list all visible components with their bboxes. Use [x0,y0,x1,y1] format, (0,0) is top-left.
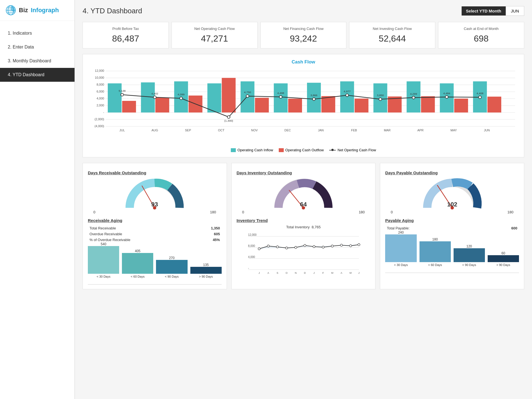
total-receivable-label: Total Receivable [88,226,193,231]
net-dot-sep [180,97,183,100]
svg-text:64: 64 [300,201,307,208]
svg-text:APR: APR [417,129,424,132]
bar-inflow-oct [207,83,221,112]
sidebar-item-ytd-dashboard[interactable]: 4. YTD Dashboard [0,68,75,82]
bar-outflow-jul [122,101,136,112]
svg-text:JUL: JUL [119,129,125,132]
inventory-card: Days Inventory Outstanding 64 [231,163,376,289]
svg-text:4,299: 4,299 [410,92,417,95]
svg-text:9,000: 9,000 [477,78,484,81]
bar-group-90days-rec: 270 < 90 Days [156,256,187,278]
total-payable-value: 600 [485,226,518,231]
sidebar-item-indicators[interactable]: 1. Indicators [0,26,75,40]
cashflow-chart-title: Cash Flow [89,59,518,65]
svg-text:9,000: 9,000 [344,78,351,81]
svg-text:S: S [277,272,278,274]
receivable-title: Days Receivable Outstanding [88,170,222,175]
svg-text:8,500: 8,500 [111,80,118,83]
logo-biz: Biz [19,7,28,14]
sidebar: Biz Infograph 1. Indicators 2. Enter Dat… [0,0,75,399]
svg-text:J: J [358,272,360,274]
bar-outflow-aug2 [155,98,169,112]
svg-text:8,500: 8,500 [443,80,450,83]
kpi-net-fin-value: 93,242 [266,34,341,44]
receivable-aging-title: Receivable Aging [88,218,222,223]
inventory-total-value: 8,765 [312,225,321,229]
bar-rect-30days-rec [88,246,119,274]
svg-point-88 [276,246,278,248]
kpi-net-op-value: 47,271 [177,34,252,44]
payable-title: Days Payable Outstanding [385,170,519,175]
svg-text:JAN: JAN [318,129,324,132]
inventory-max: 180 [359,210,365,214]
svg-text:D: D [304,272,306,274]
payable-card: Days Payable Outstanding 102 [380,163,524,289]
net-dot-jun [479,96,481,99]
svg-text:FEB: FEB [351,129,357,132]
inventory-gauge: 64 [237,177,370,211]
svg-text:9,000: 9,000 [410,78,417,81]
kpi-profit-before-tax: Profit Before Tax 86,487 [83,22,169,48]
svg-text:A: A [267,272,269,274]
svg-point-89 [285,247,288,249]
svg-text:2,000: 2,000 [96,104,104,107]
bar-group-over90days-pay: 60 > 90 Days [488,251,519,267]
logo-infograph: Infograph [31,7,59,14]
payable-max: 180 [507,210,513,214]
bar-outflow-jun [487,97,501,112]
svg-text:4,901: 4,901 [192,92,199,95]
inventory-min: 0 [242,210,244,214]
bar-rect-90days-rec [156,260,187,274]
svg-text:4,701: 4,701 [424,93,431,96]
svg-text:M: M [349,272,352,274]
svg-text:3,850: 3,850 [377,94,384,97]
svg-text:8,600: 8,600 [310,79,317,82]
svg-point-90 [295,246,297,249]
receivable-gauge: 93 [88,177,222,211]
payable-bar-chart: 240 < 30 Days 180 < 60 Days 120 < 90 Day… [385,234,519,273]
svg-text:-: - [103,111,104,114]
page-header: 4. YTD Dashboard Select YTD Month JUN [83,6,524,16]
bar-val-90days-rec: 270 [169,256,175,260]
ytd-selector-value[interactable]: JUN [506,6,524,16]
sidebar-item-monthly-dashboard[interactable]: 3. Monthly Dashboard [0,54,75,68]
net-dot-feb [346,94,349,97]
svg-text:N: N [295,272,297,274]
bar-val-over90days-pay: 60 [502,251,505,255]
svg-text:4,000: 4,000 [248,255,255,259]
page-title: 4. YTD Dashboard [83,7,142,15]
receivable-card: Days Receivable Outstanding [83,163,227,289]
svg-text:4,592: 4,592 [491,93,498,96]
svg-point-87 [267,245,269,247]
svg-text:8,500: 8,500 [277,80,284,83]
pct-overdue-label: % of Overdue Receivable [88,237,193,242]
ytd-month-selector[interactable]: Select YTD Month JUN [462,6,524,16]
bar-inflow-feb [340,81,354,112]
svg-text:J: J [313,272,315,274]
bar-val-60days-pay: 180 [432,237,438,241]
svg-text:AUG: AUG [152,129,158,132]
legend-net-line [329,150,336,150]
svg-text:NOV: NOV [251,129,258,132]
payable-aging-title: Payable Aging [385,218,519,223]
inventory-gauge-labels: 0 180 [237,210,370,214]
svg-text:OCT: OCT [218,129,224,132]
payable-gauge-labels: 0 180 [385,210,519,214]
main-content: 4. YTD Dashboard Select YTD Month JUN Pr… [75,0,532,399]
svg-text:3,362: 3,362 [126,97,132,100]
svg-text:8,500: 8,500 [377,80,384,83]
svg-point-93 [322,246,324,248]
logo-icon [6,5,16,16]
legend-net-label: Net Operting Cash Flow [337,148,376,152]
svg-text:5,138: 5,138 [119,89,126,92]
total-receivable-value: 1,350 [194,226,221,231]
sidebar-item-enter-data[interactable]: 2. Enter Data [0,40,75,54]
svg-text:(1,300): (1,300) [224,119,233,122]
inventory-trend-chart: 12,000 8,000 4,000 - [237,231,370,276]
bar-rect-90days-pay [454,248,485,262]
net-dot-nov [246,95,249,98]
bar-inflow-jul [108,83,122,112]
legend-inflow-label: Operating Cash Inflow [237,148,273,152]
inventory-total-info: Total Inventory 8,765 [237,225,370,229]
kpi-net-operating: Net Operating Cash Flow 47,271 [172,22,258,48]
